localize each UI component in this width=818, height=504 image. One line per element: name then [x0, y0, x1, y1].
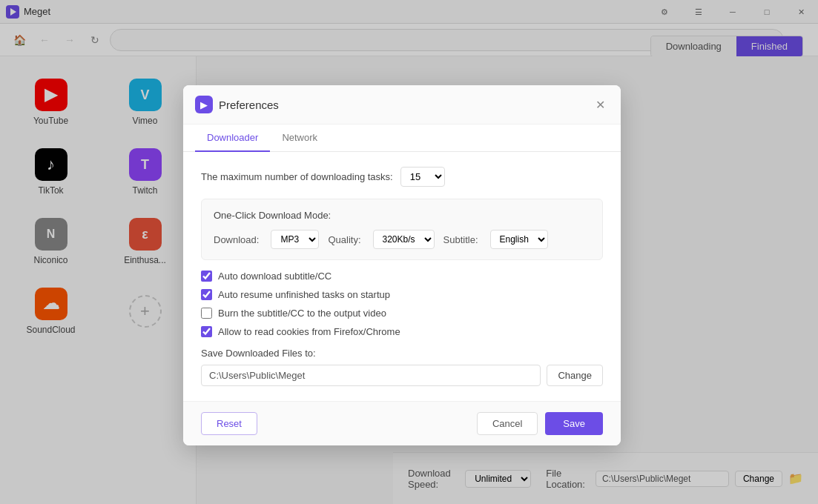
download-format-select[interactable]: MP3 MP4 AVI MKV — [271, 230, 319, 249]
burn-subtitle-label: Burn the subtitle/CC to the output video — [218, 308, 386, 319]
preferences-footer: Reset Cancel Save — [183, 401, 621, 445]
preferences-dialog: ▶ Preferences ✕ Downloader Network The m… — [183, 85, 621, 445]
max-tasks-select[interactable]: 5 10 15 20 25 30 — [400, 167, 445, 187]
checkbox-row-1: Auto download subtitle/CC — [201, 271, 603, 282]
preferences-close-icon: ✕ — [596, 98, 605, 112]
subtitle-label: Subtitle: — [443, 234, 478, 245]
preferences-header: ▶ Preferences ✕ — [183, 85, 621, 125]
save-path-input[interactable] — [201, 365, 541, 386]
preferences-body: The maximum number of downloading tasks:… — [183, 152, 621, 401]
save-location-section: Save Downloaded Files to: Change — [201, 348, 603, 386]
checkbox-row-2: Auto resume unfinished tasks on startup — [201, 289, 603, 300]
one-click-section: One-Click Download Mode: Download: MP3 M… — [201, 199, 603, 260]
max-tasks-row: The maximum number of downloading tasks:… — [201, 167, 603, 187]
footer-right-buttons: Cancel Save — [477, 412, 603, 435]
preferences-icon-symbol: ▶ — [200, 99, 208, 110]
allow-cookies-label: Allow to read cookies from Firefox/Chrom… — [218, 326, 400, 337]
tab-network[interactable]: Network — [270, 125, 329, 152]
reset-button[interactable]: Reset — [201, 412, 257, 435]
auto-subtitle-checkbox[interactable] — [201, 271, 212, 282]
checkbox-row-3: Burn the subtitle/CC to the output video — [201, 308, 603, 319]
preferences-close-button[interactable]: ✕ — [591, 96, 609, 113]
burn-subtitle-checkbox[interactable] — [201, 308, 212, 319]
preferences-tabs: Downloader Network — [183, 125, 621, 152]
preferences-title: Preferences — [219, 99, 591, 111]
save-path-change-button[interactable]: Change — [547, 365, 603, 386]
tab-downloader[interactable]: Downloader — [195, 125, 270, 152]
preferences-app-icon: ▶ — [195, 96, 213, 113]
auto-resume-label: Auto resume unfinished tasks on startup — [218, 289, 390, 300]
auto-subtitle-label: Auto download subtitle/CC — [218, 271, 332, 282]
save-location-row: Change — [201, 365, 603, 386]
allow-cookies-checkbox[interactable] — [201, 326, 212, 337]
one-click-title: One-Click Download Mode: — [214, 210, 590, 221]
save-button[interactable]: Save — [545, 412, 603, 435]
max-tasks-label: The maximum number of downloading tasks: — [201, 171, 393, 182]
subtitle-select[interactable]: English None Auto — [490, 230, 548, 249]
checkbox-row-4: Allow to read cookies from Firefox/Chrom… — [201, 326, 603, 337]
one-click-row: Download: MP3 MP4 AVI MKV Quality: 128Kb… — [214, 230, 590, 249]
cancel-button[interactable]: Cancel — [477, 412, 538, 435]
quality-label: Quality: — [328, 234, 360, 245]
auto-resume-checkbox[interactable] — [201, 289, 212, 300]
modal-overlay: ▶ Preferences ✕ Downloader Network The m… — [0, 0, 818, 504]
save-location-label: Save Downloaded Files to: — [201, 348, 603, 359]
download-format-label: Download: — [214, 234, 259, 245]
quality-select[interactable]: 128Kb/s 192Kb/s 256Kb/s 320Kb/s — [373, 230, 435, 249]
